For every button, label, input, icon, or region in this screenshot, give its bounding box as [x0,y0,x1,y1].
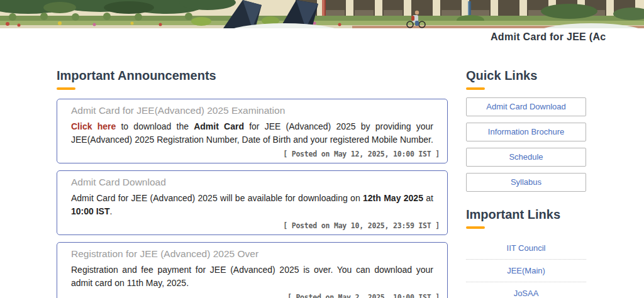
quick-link-syllabus[interactable]: Syllabus [466,173,586,192]
announcement-title: Admit Card for JEE(Advanced) 2025 Examin… [71,104,440,117]
quick-links-heading: Quick Links [466,68,586,83]
posted-timestamp: [ Posted on May 10, 2025, 23:59 IST ] [71,221,440,230]
announcement-body: Click here to download the Admit Card fo… [71,120,433,146]
quick-link-information-brochure[interactable]: Information Brochure [466,123,586,141]
important-link-jee-main[interactable]: JEE(Main) [507,266,545,275]
list-item: JEE(Main) [466,260,586,282]
list-item: IIT Council [466,237,586,260]
quick-links-buttons: Admit Card Download Information Brochure… [466,97,586,192]
quick-link-schedule[interactable]: Schedule [466,148,586,167]
announcement-title: Admit Card Download [71,176,440,189]
list-item: JoSAA [466,282,586,298]
announcement-ticker-text: Admit Card for JEE (Ac [491,31,606,43]
accent-underline [466,87,485,90]
main-content: Important Announcements Admit Card for J… [0,47,644,298]
accent-underline [57,87,75,90]
announcement-card-registration-over: Registration for JEE (Advanced) 2025 Ove… [57,242,448,298]
announcement-ticker-bar: Admit Card for JEE (Ac [0,28,644,47]
click-here-link[interactable]: Click here [71,121,116,131]
announcements-column: Important Announcements Admit Card for J… [57,47,448,298]
announcement-title: Registration for JEE (Advanced) 2025 Ove… [71,248,440,260]
announcement-card-admit-card-exam: Admit Card for JEE(Advanced) 2025 Examin… [57,99,448,163]
announcement-body: Admit Card for JEE (Advanced) 2025 will … [71,192,433,218]
quick-link-admit-card-download[interactable]: Admit Card Download [466,97,586,116]
accent-underline [466,226,485,229]
posted-timestamp: [ Posted on May 2, 2025, 10:00 IST ] [71,293,440,298]
announcement-card-admit-card-download: Admit Card Download Admit Card for JEE (… [57,170,448,235]
important-links-heading: Important Links [466,207,586,222]
sidebar: Quick Links Admit Card Download Informat… [466,47,586,298]
important-link-iit-council[interactable]: IIT Council [507,243,546,253]
important-link-josaa[interactable]: JoSAA [514,289,539,298]
announcements-heading: Important Announcements [57,68,448,83]
campus-banner-image [0,0,644,28]
announcement-body: Registration and fee payment for JEE (Ad… [71,263,433,289]
important-links-list: IIT Council JEE(Main) JoSAA [466,237,586,298]
posted-timestamp: [ Posted on May 12, 2025, 10:00 IST ] [71,150,440,158]
